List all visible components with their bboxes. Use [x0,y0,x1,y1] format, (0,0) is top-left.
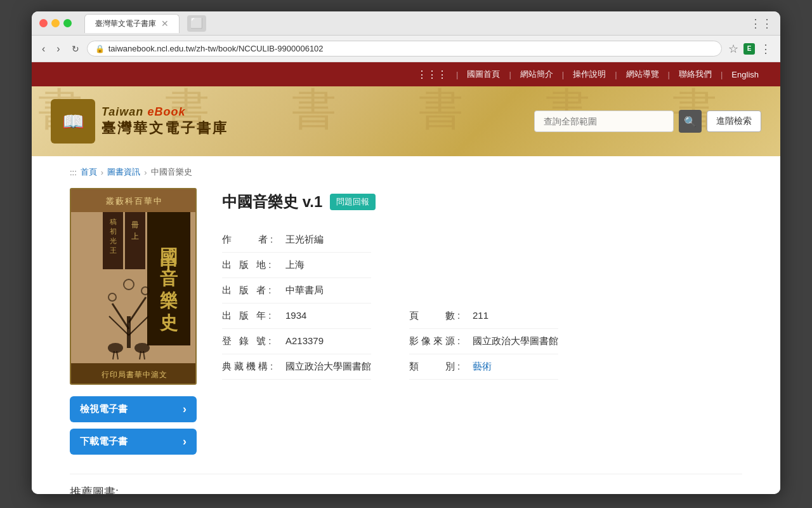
value-accession: A213379 [285,335,324,346]
value-collection: 國立政治大學圖書館 [285,361,371,373]
label-publisher: 出 版 者: [222,284,285,297]
svg-text:稿: 稿 [110,218,117,225]
breadcrumb-book-info[interactable]: 圖書資訊 [107,166,140,178]
label-accession: 登 錄 號: [222,335,285,347]
value-publisher: 中華書局 [285,284,324,297]
breadcrumb-sep-2: › [144,168,147,177]
logo-icon: 📖 [51,99,95,144]
top-navigation: ⋮⋮⋮ | 國圖首頁 | 網站簡介 | 操作說明 | 網站導覽 | 聯絡我們 |… [32,62,780,86]
lock-icon: 🔒 [95,44,105,53]
download-ebook-button[interactable]: 下載電子書 › [70,429,197,455]
logo-english: Taiwan eBook [102,105,228,119]
details-left-col: 作 者: 王光祈編 出 版 地: 上海 出 版 者: 中華書局 [222,227,371,380]
search-button[interactable]: 🔍 [679,110,702,133]
svg-text:上: 上 [131,232,139,241]
label-image-source: 影像來源: [409,335,473,347]
detail-row-publisher: 出 版 者: 中華書局 [222,278,371,304]
tab-close-icon[interactable]: ✕ [161,18,169,29]
value-pages: 211 [473,310,488,321]
website-content: ⋮⋮⋮ | 國圖首頁 | 網站簡介 | 操作說明 | 網站導覽 | 聯絡我們 |… [32,62,780,494]
detail-row-author: 作 者: 王光祈編 [222,227,371,253]
minimize-button[interactable] [51,19,60,27]
book-title-row: 中國音樂史 v.1 問題回報 [222,192,742,212]
svg-text:初: 初 [110,227,117,235]
nav-item-home[interactable]: 國圖首頁 [458,69,509,80]
nav-item-about[interactable]: 網站簡介 [511,69,562,80]
traffic-lights [39,19,72,27]
cover-image: 叢藪科百華中 中 國 音 樂 史 冊 [71,189,197,385]
nav-dots: ⋮⋮⋮ [417,69,456,81]
content-area: ::: 首頁 › 圖書資訊 › 中國音樂史 [32,156,780,494]
star-icon[interactable]: ☆ [726,39,741,58]
address-bar[interactable]: 🔒 taiwanebook.ncl.edu.tw/zh-tw/book/NCCU… [87,41,722,57]
detail-row-pages: 頁 數: 211 [409,304,558,329]
detail-row-accession: 登 錄 號: A213379 [222,329,371,354]
breadcrumb-current: 中國音樂史 [151,166,192,178]
detail-row-category: 類 別: 藝術 [409,354,558,380]
breadcrumb: ::: 首頁 › 圖書資訊 › 中國音樂史 [70,166,742,178]
svg-text:冊: 冊 [131,220,139,229]
search-input[interactable] [534,110,674,132]
detail-row-collection: 典藏機構: 國立政治大學圖書館 [222,354,371,380]
svg-text:行印局書華中滬文: 行印局書華中滬文 [102,370,167,379]
recommended-title: 推薦圖書: [70,486,119,494]
label-place: 出 版 地: [222,259,285,271]
action-buttons: 檢視電子書 › 下載電子書 › [70,396,197,455]
book-details: 中國音樂史 v.1 問題回報 作 者: 王光祈編 出 版 地: [222,188,742,380]
forward-button[interactable]: › [53,41,63,57]
recommended-section: 推薦圖書: [70,474,742,494]
report-badge[interactable]: 問題回報 [330,194,376,210]
new-tab-icon: ⬜ [190,17,203,29]
value-author: 王光祈編 [285,234,324,246]
svg-text:音: 音 [160,268,178,288]
svg-text:國: 國 [160,246,178,266]
logo-chinese: 臺灣華文電子書庫 [102,119,228,138]
svg-point-26 [134,343,150,353]
advanced-search-button[interactable]: 進階檢索 [707,110,761,132]
label-year: 出 版 年: [222,310,285,322]
logo-area: 📖 Taiwan eBook 臺灣華文電子書庫 [51,99,228,144]
logo-text: Taiwan eBook 臺灣華文電子書庫 [102,105,228,138]
nav-item-guide[interactable]: 網站導覽 [617,69,668,80]
svg-text:光: 光 [110,237,117,244]
view-ebook-button[interactable]: 檢視電子書 › [70,396,197,422]
window-controls: ⋮⋮ [750,17,773,30]
label-category: 類 別: [409,361,473,373]
details-right-col: 頁 數: 211 影像來源: 國立政治大學圖書館 類 別: 藝術 [409,227,558,380]
nav-item-english[interactable]: English [723,70,768,79]
browser-window: 臺灣華文電子書庫 ✕ ⬜ ⋮⋮ ‹ › ↻ 🔒 taiwanebook.ncl.… [32,11,780,494]
breadcrumb-sep-1: › [101,168,103,177]
label-author: 作 者: [222,234,285,246]
menu-icon[interactable]: ⋮ [757,39,774,58]
new-tab-button[interactable]: ⬜ [187,15,206,32]
breadcrumb-home[interactable]: 首頁 [81,166,97,178]
svg-text:樂: 樂 [160,291,178,311]
browser-titlebar: 臺灣華文電子書庫 ✕ ⬜ ⋮⋮ [32,11,780,36]
breadcrumb-dots: ::: [70,168,77,177]
detail-row-image-source: 影像來源: 國立政治大學圖書館 [409,329,558,354]
value-image-source: 國立政治大學圖書館 [473,335,558,347]
site-header: 📖 Taiwan eBook 臺灣華文電子書庫 🔍 進階檢索 [32,86,780,156]
detail-row-place: 出 版 地: 上海 [222,253,371,278]
detail-row-year: 出 版 年: 1934 [222,304,371,329]
back-button[interactable]: ‹ [38,41,49,57]
svg-text:叢藪科百華中: 叢藪科百華中 [106,196,163,206]
svg-text:史: 史 [159,313,178,333]
nav-item-contact[interactable]: 聯絡我們 [670,69,721,80]
book-cover: 叢藪科百華中 中 國 音 樂 史 冊 [70,188,197,385]
extension-icon[interactable]: E [743,43,755,55]
value-category[interactable]: 藝術 [473,361,492,373]
refresh-button[interactable]: ↻ [68,41,83,57]
tab-title: 臺灣華文電子書庫 [95,18,156,29]
svg-text:王: 王 [110,246,117,254]
value-year: 1934 [285,310,306,321]
label-collection: 典藏機構: [222,361,285,373]
maximize-button[interactable] [63,19,72,27]
book-section: 叢藪科百華中 中 國 音 樂 史 冊 [70,188,742,455]
close-button[interactable] [39,19,48,27]
search-area: 🔍 進階檢索 [534,110,761,133]
svg-point-23 [108,343,123,353]
value-place: 上海 [285,259,304,271]
nav-item-help[interactable]: 操作說明 [564,69,615,80]
browser-tab[interactable]: 臺灣華文電子書庫 ✕ [84,14,180,33]
